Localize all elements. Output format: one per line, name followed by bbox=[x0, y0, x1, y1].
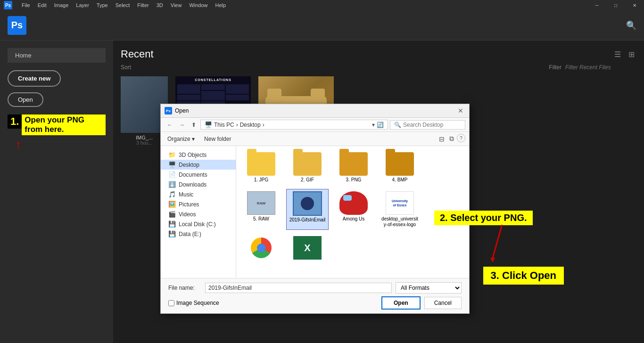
address-search-input[interactable] bbox=[403, 122, 461, 128]
view-btn2[interactable]: ⧉ bbox=[447, 134, 456, 144]
format-select[interactable]: All Formats Photoshop (*.PSD) JPEG (*.JP… bbox=[396, 282, 462, 294]
file-item-jpg[interactable]: 1. JPG bbox=[240, 150, 282, 185]
nav-item-3dobjects[interactable]: 📁 3D Objects bbox=[161, 150, 236, 160]
nav-desktop-icon: 🖥️ bbox=[168, 161, 176, 168]
nav-localc-label: Local Disk (C:) bbox=[179, 221, 216, 228]
nav-item-datae[interactable]: 💾 Data (E:) bbox=[161, 229, 236, 239]
search-magnifier-icon: 🔍 bbox=[394, 122, 401, 128]
chrome-thumb bbox=[247, 236, 275, 260]
svg-line-0 bbox=[493, 225, 502, 258]
file-item-gif[interactable]: 2. GIF bbox=[286, 150, 329, 185]
folder-bmp-icon bbox=[386, 152, 414, 176]
breadcrumb-refresh[interactable]: 🔄 bbox=[377, 122, 384, 128]
nav-3dobjects-icon: 📁 bbox=[168, 151, 176, 158]
breadcrumb-dropdown[interactable]: ▾ bbox=[372, 122, 375, 128]
file-raw-label: 5. RAW bbox=[253, 216, 269, 222]
dialog-cancel-button[interactable]: Cancel bbox=[424, 297, 462, 309]
nav-videos-label: Videos bbox=[179, 211, 196, 218]
nav-music-icon: 🎵 bbox=[168, 191, 176, 198]
organize-button[interactable]: Organize bbox=[165, 135, 198, 143]
nav-item-videos[interactable]: 🎬 Videos bbox=[161, 209, 236, 219]
breadcrumb-thispc: This PC bbox=[214, 122, 234, 128]
file-item-excel[interactable]: X bbox=[286, 234, 329, 263]
nav-item-pictures[interactable]: 🖼️ Pictures bbox=[161, 199, 236, 209]
image-sequence-label: Image Sequence bbox=[176, 300, 219, 306]
nav-up-button[interactable]: ⬆ bbox=[189, 120, 198, 130]
file-item-bmp[interactable]: 4. BMP bbox=[379, 150, 421, 185]
nav-item-music[interactable]: 🎵 Music bbox=[161, 189, 236, 199]
nav-documents-label: Documents bbox=[179, 172, 207, 178]
image-sequence-checkbox[interactable] bbox=[168, 300, 174, 306]
address-search-box[interactable]: 🔍 bbox=[390, 120, 465, 130]
uni-thumb: Universityof Essex bbox=[386, 191, 414, 215]
nav-forward-button[interactable]: → bbox=[177, 120, 187, 130]
folder-jpg-icon bbox=[247, 152, 275, 176]
image-sequence-row: Image Sequence bbox=[168, 300, 378, 306]
chrome-center bbox=[257, 244, 265, 252]
uni-logo-text: Universityof Essex bbox=[392, 199, 408, 207]
among-visor bbox=[343, 195, 352, 201]
nav-videos-icon: 🎬 bbox=[168, 211, 176, 218]
new-folder-button[interactable]: New folder bbox=[201, 135, 234, 143]
file-item-chrome[interactable] bbox=[240, 234, 282, 263]
dialog-actions: Image Sequence Open Cancel bbox=[168, 296, 462, 310]
view-details-button[interactable]: ⊟ bbox=[437, 134, 446, 144]
dialog-open-button[interactable]: Open bbox=[381, 296, 421, 310]
nav-item-localc[interactable]: 💾 Local Disk (C:) bbox=[161, 219, 236, 229]
nav-downloads-icon: ⬇️ bbox=[168, 181, 176, 188]
nav-pictures-label: Pictures bbox=[179, 201, 199, 208]
chrome-wheel bbox=[251, 237, 272, 258]
svg-marker-1 bbox=[490, 258, 495, 262]
dialog-overlay: Ps Open ✕ ← → ⬆ 🖥️ This PC › Desktop › ▾… bbox=[0, 0, 644, 343]
nav-3dobjects-label: 3D Objects bbox=[179, 152, 206, 158]
open-dialog: Ps Open ✕ ← → ⬆ 🖥️ This PC › Desktop › ▾… bbox=[160, 104, 470, 314]
folder-gif-icon bbox=[293, 152, 322, 176]
dialog-bottom: File name: All Formats Photoshop (*.PSD)… bbox=[161, 278, 469, 313]
nav-datae-label: Data (E:) bbox=[179, 231, 201, 237]
file-item-among[interactable]: Among Us bbox=[332, 189, 375, 230]
file-gifsemail-label: 2019-GifsInEmail bbox=[289, 217, 326, 223]
file-item-gifsemail[interactable]: 2019-GifsInEmail bbox=[286, 189, 329, 230]
nav-datae-icon: 💾 bbox=[168, 230, 176, 237]
file-among-label: Among Us bbox=[343, 216, 365, 222]
nav-back-button[interactable]: ← bbox=[165, 120, 175, 130]
file-uni-label: desktop_university-of-essex-logo bbox=[381, 216, 419, 228]
file-item-raw[interactable]: RAW 5. RAW bbox=[240, 189, 282, 230]
excel-thumb: X bbox=[293, 236, 322, 260]
file-item-uni[interactable]: Universityof Essex desktop_university-of… bbox=[379, 189, 421, 230]
breadcrumb-pc-icon: 🖥️ bbox=[205, 121, 212, 128]
file-gif-label: 2. GIF bbox=[301, 177, 314, 183]
nav-item-desktop[interactable]: 🖥️ Desktop bbox=[161, 160, 236, 170]
nav-localc-icon: 💾 bbox=[168, 220, 176, 228]
toolbar-view-buttons: ⊟ ⧉ ? bbox=[437, 134, 465, 144]
breadcrumb-sep2: › bbox=[263, 122, 264, 128]
step2-arrow bbox=[488, 225, 516, 262]
nav-downloads-label: Downloads bbox=[179, 181, 206, 188]
dialog-close-button[interactable]: ✕ bbox=[456, 107, 465, 114]
step2-annotation: 2. Select your PNG. bbox=[434, 211, 533, 225]
nav-item-downloads[interactable]: ⬇️ Downloads bbox=[161, 180, 236, 189]
dialog-address-bar: ← → ⬆ 🖥️ This PC › Desktop › ▾ 🔄 🔍 bbox=[161, 118, 469, 132]
dialog-toolbar: Organize New folder ⊟ ⧉ ? bbox=[161, 132, 469, 146]
among-us-thumb bbox=[339, 191, 368, 215]
dialog-body: 📁 3D Objects 🖥️ Desktop 📄 Documents ⬇️ D… bbox=[161, 146, 469, 278]
gifsemail-circle bbox=[301, 197, 314, 210]
view-help-button[interactable]: ? bbox=[457, 134, 465, 142]
nav-item-documents[interactable]: 📄 Documents bbox=[161, 170, 236, 180]
file-jpg-label: 1. JPG bbox=[254, 177, 269, 183]
dialog-ps-icon: Ps bbox=[165, 107, 172, 114]
file-raw-thumb: RAW bbox=[247, 191, 275, 215]
file-png-label: 3. PNG bbox=[346, 177, 362, 183]
nav-pictures-icon: 🖼️ bbox=[168, 201, 176, 208]
filename-input[interactable] bbox=[205, 283, 392, 293]
file-bmp-label: 4. BMP bbox=[392, 177, 408, 183]
nav-desktop-label: Desktop bbox=[179, 162, 199, 168]
nav-music-label: Music bbox=[179, 191, 193, 198]
dialog-title-bar: Ps Open ✕ bbox=[161, 104, 469, 118]
gifsemail-thumb bbox=[293, 191, 322, 216]
file-item-png[interactable]: 3. PNG bbox=[332, 150, 375, 185]
breadcrumb-bar[interactable]: 🖥️ This PC › Desktop › ▾ 🔄 bbox=[200, 120, 388, 130]
filename-label: File name: bbox=[168, 285, 201, 291]
breadcrumb-desktop: Desktop bbox=[240, 122, 261, 128]
dialog-nav: 📁 3D Objects 🖥️ Desktop 📄 Documents ⬇️ D… bbox=[161, 146, 236, 278]
